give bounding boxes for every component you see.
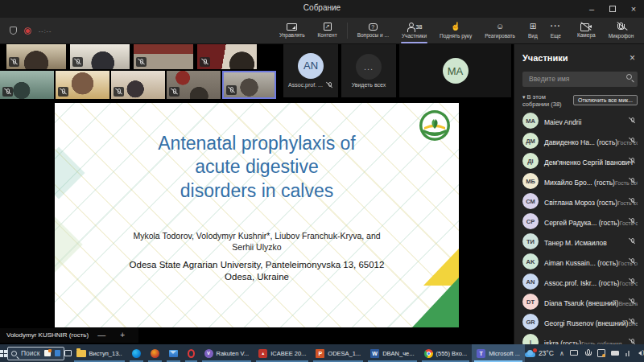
participant-row[interactable]: СР Сергей Радука... (гость)Гость собрани… bbox=[522, 212, 638, 232]
participant-row[interactable]: AK Aiman Kussain... (гость)Гость собрани… bbox=[522, 252, 638, 272]
content-button[interactable]: ↗ Контент bbox=[312, 18, 343, 43]
video-tile[interactable] bbox=[167, 71, 221, 99]
zoom-out-button[interactable]: — bbox=[92, 331, 111, 339]
volume-tray-icon[interactable] bbox=[638, 349, 644, 357]
taskbar-app-word[interactable]: W DBAN_че... bbox=[365, 344, 419, 362]
questions-button[interactable]: ? Вопросы и ... bbox=[352, 18, 394, 43]
shield-icon bbox=[10, 27, 17, 35]
task-view-button[interactable] bbox=[64, 344, 72, 362]
taskbar-app-edge[interactable] bbox=[127, 344, 146, 362]
participant-row[interactable]: GR Georgi Rusenov (внешний)Внешний bbox=[522, 312, 638, 332]
meeting-toolbar: --:-- Управлять ↗ Контент ? Вопросы и ..… bbox=[0, 18, 644, 44]
taskbar-app-firefox[interactable] bbox=[146, 344, 164, 362]
taskbar-app-viber[interactable]: V Rakuten V... bbox=[200, 344, 254, 362]
participants-icon: 38 bbox=[407, 22, 423, 31]
taskbar-app-chrome[interactable]: (555) Вхо... bbox=[419, 344, 473, 362]
mail-icon bbox=[169, 350, 178, 357]
view-icon: ⊞ bbox=[530, 22, 536, 31]
video-tile[interactable] bbox=[70, 44, 130, 69]
taskbar-app-opera[interactable] bbox=[183, 344, 200, 362]
participant-row[interactable]: DT Diana Tsaruk (внешний)Внешний bbox=[522, 292, 638, 312]
participants-button[interactable]: 38 Участники bbox=[396, 18, 432, 43]
more-icon: ··· bbox=[551, 22, 561, 31]
mic-off-badge bbox=[226, 85, 237, 95]
taskbar-app-teams[interactable]: T Microsoft ... bbox=[472, 344, 525, 362]
video-tile-active-speaker[interactable] bbox=[222, 71, 276, 99]
avatar-tile-ma[interactable]: MA bbox=[399, 44, 511, 97]
search-input[interactable] bbox=[522, 72, 638, 87]
react-button[interactable]: ☺ Реагировать bbox=[479, 18, 521, 43]
active-indicator bbox=[401, 42, 427, 43]
video-tile[interactable] bbox=[56, 71, 109, 99]
video-tile[interactable] bbox=[197, 44, 257, 69]
participant-row[interactable]: I iskra (гость)Гость собрания bbox=[522, 332, 638, 344]
video-filmstrip: AN Assoc.prof. ... ... Увидеть всех MA bbox=[0, 44, 514, 99]
taskbar-app-powerpoint[interactable]: P ODESA_1... bbox=[311, 344, 365, 362]
network-tray-icon[interactable] bbox=[625, 349, 633, 357]
view-button[interactable]: ⊞ Вид bbox=[522, 18, 543, 43]
video-tile[interactable] bbox=[6, 44, 66, 69]
toolbar-buttons: Управлять ↗ Контент ? Вопросы и ... 38 У… bbox=[274, 18, 567, 43]
manage-icon bbox=[287, 23, 297, 31]
participant-search bbox=[522, 70, 638, 87]
close-button[interactable]: × bbox=[623, 0, 644, 18]
presentation-slide: Antenatal prophylaxis of acute digestive… bbox=[55, 103, 459, 327]
video-tile[interactable] bbox=[111, 71, 165, 99]
mic-off-icon bbox=[628, 338, 636, 344]
mic-off-icon bbox=[325, 81, 333, 89]
mic-off-icon bbox=[628, 197, 636, 205]
search-placeholder: Поиск bbox=[21, 349, 40, 357]
hidden-icons-chevron[interactable]: ∧ bbox=[559, 350, 564, 357]
participant-row[interactable]: AN Assoc.prof. Iskr... (гость)Гость собр… bbox=[522, 272, 638, 292]
mic-tray-icon[interactable] bbox=[584, 349, 592, 357]
toolbar-device-buttons: Камера Микрофон ↑ Поделиться Выйти bbox=[572, 18, 644, 43]
camera-button[interactable]: Камера bbox=[572, 18, 601, 43]
mic-off-badge bbox=[72, 57, 83, 67]
battery-tray-icon[interactable] bbox=[611, 349, 619, 357]
participant-row[interactable]: ДІ Дем'яненко Сергій Іванович bbox=[522, 151, 638, 171]
panel-close-icon[interactable]: × bbox=[627, 52, 638, 64]
temperature: 23°C bbox=[539, 349, 554, 357]
participant-row[interactable]: MA Maiev Andrii bbox=[522, 111, 638, 131]
firefox-icon bbox=[151, 349, 159, 358]
minimize-button[interactable]: – bbox=[581, 0, 602, 18]
task-view-icon bbox=[64, 350, 72, 356]
snip-tray-icon[interactable] bbox=[597, 349, 605, 357]
avatar: MA bbox=[443, 58, 469, 84]
mic-button[interactable]: Микрофон bbox=[603, 18, 640, 43]
participant-row[interactable]: МБ Михайло Бро... (гость)Гость собрания bbox=[522, 171, 638, 191]
taskbar-app-folder[interactable]: Виступ_13.. bbox=[72, 344, 127, 362]
avatar-tile-an[interactable]: AN Assoc.prof. ... bbox=[283, 44, 338, 97]
taskbar-app-mail[interactable] bbox=[164, 344, 183, 362]
slide-title: Antenatal prophylaxis of acute digestive… bbox=[55, 132, 459, 203]
video-tile[interactable] bbox=[134, 44, 193, 69]
taskbar-app-pdf[interactable]: ▲ ICABEE 20... bbox=[254, 344, 311, 362]
slide-affiliation: Odesa State Agrarian University, Pantele… bbox=[55, 259, 459, 283]
start-button[interactable] bbox=[0, 344, 7, 362]
participants-list: MA Maiev Andrii ДМ Давиденко На... (гост… bbox=[522, 111, 638, 344]
participant-row[interactable]: ДМ Давиденко На... (гость)Гость собрания bbox=[522, 131, 638, 151]
more-button[interactable]: ··· Еще bbox=[545, 18, 567, 43]
taskbar-search[interactable]: Поиск bbox=[7, 347, 64, 360]
raise-hand-button[interactable]: ☝ Поднять руку bbox=[434, 18, 477, 43]
see-all-tile[interactable]: ... Увидеть всех bbox=[341, 44, 396, 97]
share-button[interactable]: ↑ Поделиться bbox=[641, 18, 644, 43]
avatar: СМ bbox=[522, 193, 539, 209]
manage-button[interactable]: Управлять bbox=[274, 18, 311, 43]
avatar: СР bbox=[522, 213, 539, 229]
restore-icon bbox=[609, 6, 616, 12]
participant-row[interactable]: СМ Світлана Мороз (гость)Гость собрания bbox=[522, 191, 638, 212]
mic-off-badge bbox=[9, 57, 19, 67]
weather-cloud-icon bbox=[525, 350, 535, 357]
display-tray-icon[interactable] bbox=[570, 349, 578, 357]
windows-logo-icon bbox=[0, 350, 7, 357]
zoom-in-button[interactable]: + bbox=[114, 331, 130, 339]
video-tile[interactable] bbox=[0, 71, 54, 99]
participant-row[interactable]: ТИ Танер М. Исмаилов bbox=[522, 232, 638, 252]
section-label[interactable]: В этом собрании (38) bbox=[522, 93, 573, 108]
slide-authors: Mykola Todorov, Volodymyr Kushnir*, Liub… bbox=[55, 230, 459, 253]
teams-meeting-window: Собрание – × --:-- Управлять ↗ Контент ? bbox=[0, 0, 644, 362]
weather-widget[interactable]: 23°C bbox=[525, 349, 554, 357]
mute-all-button[interactable]: Отключить все мик... bbox=[573, 95, 638, 105]
maximize-button[interactable] bbox=[602, 0, 623, 18]
